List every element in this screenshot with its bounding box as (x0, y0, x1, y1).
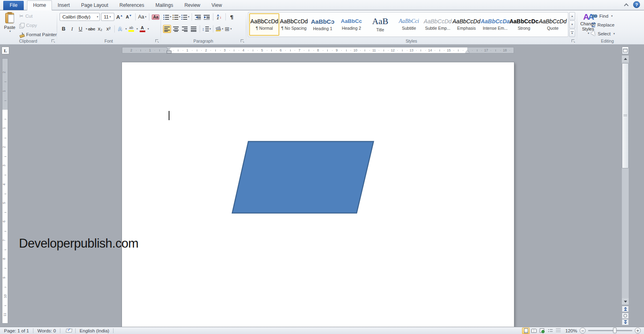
clear-formatting-button[interactable]: Aa (152, 13, 160, 21)
font-group-label: Font (57, 39, 160, 43)
highlight-button[interactable]: ab (127, 25, 135, 33)
previous-page-button[interactable] (622, 306, 629, 312)
chevron-down-icon: ▾ (9, 30, 11, 33)
bullets-button[interactable]: ▾ (163, 13, 171, 21)
font-color-button[interactable]: A (138, 25, 147, 33)
web-layout-view-button[interactable] (538, 328, 546, 334)
zoom-out-button[interactable]: − (580, 328, 586, 334)
tab-home[interactable]: Home (27, 0, 52, 10)
horizontal-ruler[interactable]: 211234567891011121314151718 (122, 47, 514, 53)
select-browse-object-button[interactable] (622, 313, 629, 319)
bold-button[interactable]: B (60, 25, 68, 33)
style-emphasis[interactable]: AaBbCcDdEmphasis (452, 13, 481, 36)
tab-page-layout[interactable]: Page Layout (75, 1, 114, 10)
find-button[interactable]: Find ▾ (592, 13, 615, 19)
style-heading-2[interactable]: AaBbCcHeading 2 (337, 13, 365, 36)
tab-references[interactable]: References (114, 1, 150, 10)
show-formatting-marks-button[interactable]: ¶ (228, 13, 236, 21)
zoom-in-button[interactable]: + (635, 328, 641, 334)
tab-selector-button[interactable]: L (2, 47, 9, 54)
next-page-button[interactable] (622, 319, 629, 325)
scroll-up-button[interactable] (622, 55, 629, 62)
view-ruler-toggle-button[interactable] (622, 47, 629, 54)
help-button[interactable]: ? (633, 1, 640, 8)
style-subtitle[interactable]: AaBbCciSubtitle (394, 13, 423, 36)
change-case-button[interactable]: Aa▾ (138, 13, 147, 21)
increase-indent-button[interactable] (203, 13, 211, 21)
style-strong[interactable]: AaBbCcDcStrong (510, 13, 538, 36)
word-count[interactable]: Words: 0 (37, 328, 57, 333)
style-title[interactable]: AaBTitle (366, 13, 394, 36)
shrink-font-button[interactable]: A▼ (125, 13, 133, 21)
styles-more-button[interactable]: ▼ (569, 29, 575, 37)
outline-view-button[interactable] (546, 328, 554, 334)
paragraph-group-label: Paragraph (161, 39, 246, 43)
vertical-scrollbar-thumb[interactable] (622, 63, 629, 168)
style-name: Heading 2 (342, 26, 361, 31)
styles-scroll-down-button[interactable]: ▼ (569, 20, 575, 29)
superscript-button[interactable]: x² (105, 25, 113, 33)
style--normal[interactable]: AaBbCcDd¶ Normal (249, 13, 279, 36)
styles-dialog-launcher[interactable] (571, 39, 575, 43)
style-intense-em-[interactable]: AaBbCcDaIntense Em... (481, 13, 510, 36)
borders-button[interactable]: ⊞▾ (224, 25, 232, 33)
font-size-select[interactable]: 11 ▾ (101, 13, 114, 21)
language-indicator[interactable]: English (India) (79, 328, 110, 333)
tab-insert[interactable]: Insert (52, 1, 75, 10)
decrease-indent-button[interactable] (194, 13, 202, 21)
draft-icon (556, 328, 561, 333)
align-left-button[interactable] (163, 25, 171, 33)
tab-review[interactable]: Review (179, 1, 206, 10)
font-dialog-launcher[interactable] (155, 39, 159, 43)
zoom-slider-thumb[interactable] (613, 328, 617, 333)
text-effects-button[interactable]: A (116, 25, 124, 33)
tab-mailings[interactable]: Mailings (150, 1, 179, 10)
scroll-down-button[interactable] (622, 298, 629, 305)
font-name-select[interactable]: Calibri (Body) ▾ (60, 13, 100, 21)
ruler-number: 2 (130, 48, 132, 52)
multilevel-list-button[interactable]: ▾ (181, 13, 190, 21)
style-preview: AaBbCc (341, 18, 362, 24)
paste-button[interactable]: Paste ▾ (2, 12, 17, 39)
underline-button[interactable]: U (76, 25, 85, 33)
replace-button[interactable]: abac Replace (592, 22, 615, 28)
minimize-ribbon-icon[interactable] (623, 2, 629, 8)
copy-button[interactable]: Copy (19, 22, 57, 29)
proofing-status-icon[interactable] (66, 328, 72, 333)
view-shortcuts (522, 328, 562, 334)
zoom-slider[interactable] (588, 330, 632, 331)
line-spacing-button[interactable]: ↕ ▾ (202, 25, 211, 33)
fullscreen-reading-view-button[interactable] (530, 328, 538, 334)
cut-button[interactable]: ✂ Cut (19, 12, 57, 20)
draft-view-button[interactable] (554, 328, 562, 334)
subscript-button[interactable]: x₂ (96, 25, 104, 33)
numbering-button[interactable]: ▾ (172, 13, 181, 21)
hanging-indent-marker[interactable] (167, 49, 171, 53)
grow-font-button[interactable]: A▲ (116, 13, 124, 21)
justify-button[interactable] (190, 25, 198, 33)
italic-button[interactable]: I (68, 25, 76, 33)
sort-button[interactable]: AZ ↓ (215, 13, 223, 21)
strikethrough-button[interactable]: abc (88, 25, 96, 33)
tab-view[interactable]: View (206, 1, 228, 10)
align-center-button[interactable] (172, 25, 180, 33)
clipboard-dialog-launcher[interactable] (51, 39, 55, 43)
print-layout-view-button[interactable] (522, 328, 530, 334)
page-indicator[interactable]: Page: 1 of 1 (3, 328, 30, 333)
format-painter-button[interactable]: Format Painter (19, 31, 57, 38)
zoom-level[interactable]: 120% (564, 328, 577, 333)
tab-file[interactable]: File (3, 1, 24, 10)
ruler-number: 1 (186, 48, 188, 52)
styles-scroll-up-button[interactable]: ▲ (569, 12, 575, 20)
style-heading-1[interactable]: AaBbCɔHeading 1 (308, 13, 337, 36)
align-right-button[interactable] (181, 25, 189, 33)
style-quote[interactable]: AaBbCcDdQuote (539, 13, 567, 36)
shading-button[interactable]: ▾ (215, 25, 223, 33)
parallelogram-shape[interactable] (232, 141, 374, 213)
paragraph-dialog-launcher[interactable] (240, 39, 244, 43)
style--no-spacing[interactable]: AaBbCcDd¶ No Spacing (279, 13, 308, 36)
style-subtle-emp-[interactable]: AaBbCcDdSubtle Emp... (423, 13, 452, 36)
select-button[interactable]: Select ▾ (592, 31, 615, 37)
right-indent-marker[interactable] (465, 50, 469, 53)
style-name: Heading 1 (313, 26, 332, 31)
